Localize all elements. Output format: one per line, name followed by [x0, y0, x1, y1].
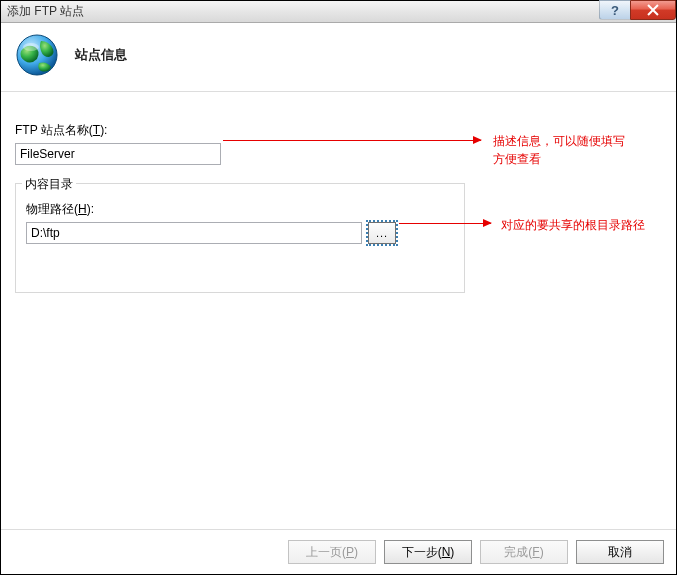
annotation-text-1: 描述信息，可以随便填写 方便查看 [493, 132, 653, 168]
next-button[interactable]: 下一步(N) [384, 540, 472, 564]
finish-button: 完成(F) [480, 540, 568, 564]
help-button[interactable]: ? [599, 0, 631, 20]
svg-point-1 [23, 43, 39, 51]
content-dir-fieldset: 内容目录 物理路径(H): ... [15, 183, 465, 293]
close-icon [647, 4, 659, 16]
dialog-window: 添加 FTP 站点 ? [0, 0, 677, 575]
close-button[interactable] [630, 0, 676, 20]
annotation-text-2: 对应的要共享的根目录路径 [501, 216, 645, 234]
globe-icon [15, 33, 59, 77]
content-area: FTP 站点名称(T): 内容目录 物理路径(H): ... 描述信息，可以随便… [1, 92, 676, 529]
ellipsis-icon: ... [376, 227, 388, 239]
prev-button: 上一页(P) [288, 540, 376, 564]
phys-path-label: 物理路径(H): [26, 201, 454, 218]
window-controls: ? [600, 0, 676, 21]
window-title: 添加 FTP 站点 [7, 3, 84, 20]
cancel-button[interactable]: 取消 [576, 540, 664, 564]
phys-path-input[interactable] [26, 222, 362, 244]
footer: 上一页(P) 下一步(N) 完成(F) 取消 [1, 529, 676, 574]
fieldset-legend: 内容目录 [22, 176, 76, 193]
annotation-arrow-1 [223, 140, 481, 141]
help-icon: ? [611, 3, 619, 18]
annotation-arrow-2 [399, 223, 491, 224]
titlebar[interactable]: 添加 FTP 站点 ? [1, 1, 676, 23]
header-area: 站点信息 [1, 23, 676, 92]
site-name-input[interactable] [15, 143, 221, 165]
browse-button[interactable]: ... [368, 222, 396, 244]
page-title: 站点信息 [75, 46, 127, 64]
